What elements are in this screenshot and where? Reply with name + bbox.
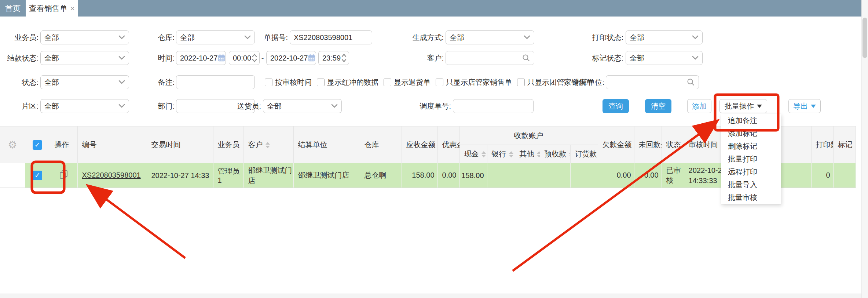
print-status-select[interactable]: 全部: [626, 30, 703, 44]
scrollbar-thumb[interactable]: [862, 18, 867, 58]
start-time-value: 00:00: [233, 54, 251, 62]
chevron-down-icon: [524, 35, 530, 40]
sort-icon[interactable]: [569, 151, 571, 157]
checkbox-audit-time[interactable]: 按审核时间: [265, 77, 312, 87]
doc-no-input[interactable]: XS220803598001: [290, 30, 372, 44]
customer-input[interactable]: [446, 51, 534, 65]
checkbox-label: 显示退货单: [394, 77, 431, 87]
checkbox-checked-icon[interactable]: ✓: [33, 171, 42, 180]
column-settings-header[interactable]: ⚙: [0, 127, 25, 163]
search-icon[interactable]: [522, 54, 530, 62]
menu-item-append-remark[interactable]: 追加备注: [721, 114, 781, 127]
doc-no-link[interactable]: XS220803598001: [82, 171, 141, 179]
gear-icon[interactable]: ⚙: [8, 139, 17, 150]
header-customer[interactable]: 客户: [243, 127, 293, 163]
settle-unit-input[interactable]: [606, 75, 699, 89]
clear-button[interactable]: 清空: [645, 99, 671, 113]
annotation-arrow-to-checkbox: [91, 188, 185, 258]
row-doc-no[interactable]: XS220803598001: [77, 163, 147, 188]
horizontal-scrollbar[interactable]: [0, 294, 862, 298]
header-bank[interactable]: 银行: [487, 145, 515, 163]
end-date-input[interactable]: 2022-10-27: [266, 51, 316, 65]
menu-item-batch-print[interactable]: 批量打印: [721, 153, 781, 166]
checkbox-icon[interactable]: [517, 79, 525, 86]
sort-icon[interactable]: [537, 151, 540, 157]
checkbox-store-manager-only[interactable]: 只显示店管家销售单: [436, 77, 512, 87]
settle-unit-label: 结算单位:: [546, 75, 604, 89]
select-all-header[interactable]: ✓: [25, 127, 50, 163]
end-time-spinner[interactable]: 23:59: [318, 51, 349, 65]
dispatch-no-input[interactable]: [453, 99, 534, 113]
export-button[interactable]: 导出: [788, 99, 821, 113]
row-copy-action[interactable]: [50, 163, 77, 188]
checkbox-show-reversed[interactable]: 显示红冲的数据: [317, 77, 378, 87]
query-button[interactable]: 查询: [603, 99, 629, 113]
close-icon[interactable]: ×: [70, 5, 75, 12]
start-time-spinner[interactable]: 00:00: [229, 51, 260, 65]
settle-status-label: 结款状态:: [0, 51, 39, 65]
tab-home[interactable]: 首页: [0, 0, 26, 17]
row-warehouse: 总仓啊: [360, 163, 402, 188]
checkbox-icon[interactable]: [384, 79, 391, 86]
menu-item-batch-audit[interactable]: 批量审核: [721, 191, 781, 204]
end-date-value: 2022-10-27: [270, 54, 308, 62]
header-doc-no: 编号: [77, 127, 147, 163]
spinner-up-down-icon[interactable]: [252, 53, 257, 63]
gen-mode-value: 全部: [450, 33, 464, 43]
calendar-icon[interactable]: [217, 54, 226, 62]
doc-no-value: XS220803598001: [294, 33, 352, 42]
checkbox-icon[interactable]: [317, 79, 325, 86]
delivery-value: 全部: [267, 101, 282, 111]
checkbox-label: 按审核时间: [275, 77, 312, 87]
header-trade-time: 交易时间: [147, 127, 213, 163]
menu-item-remote-print[interactable]: 远程打印: [721, 166, 781, 178]
chevron-down-icon: [692, 56, 699, 60]
delivery-select[interactable]: 全部: [263, 99, 342, 113]
checkbox-icon[interactable]: [436, 79, 443, 86]
salesman-value: 全部: [44, 33, 59, 43]
sort-icon[interactable]: [265, 142, 270, 148]
area-value: 全部: [44, 101, 59, 111]
row-checkbox-cell[interactable]: ✓: [25, 163, 50, 188]
chevron-down-icon: [692, 35, 699, 40]
header-print-count: 打印数: [811, 127, 833, 163]
spinner-up-down-icon[interactable]: [341, 53, 347, 63]
sort-icon[interactable]: [509, 151, 513, 157]
export-label: 导出: [793, 101, 808, 111]
header-settle-unit: 结算单位: [293, 127, 360, 163]
header-customer-label: 客户: [248, 141, 263, 149]
checkbox-checked-icon[interactable]: ✓: [33, 140, 42, 150]
mark-status-select[interactable]: 全部: [626, 51, 703, 65]
gen-mode-select[interactable]: 全部: [446, 30, 534, 44]
tab-view-sales-orders[interactable]: 查看销售单 ×: [26, 0, 78, 17]
start-date-value: 2022-10-27: [180, 54, 217, 62]
delivery-label: 送货员:: [202, 99, 261, 113]
time-label: 时间:: [116, 51, 175, 65]
header-order-fund[interactable]: 订货款: [570, 145, 598, 163]
remark-input[interactable]: [176, 75, 255, 89]
menu-item-delete-mark[interactable]: 删除标记: [721, 140, 781, 153]
checkbox-label: 显示红冲的数据: [327, 77, 378, 87]
vertical-scrollbar[interactable]: [861, 0, 868, 298]
start-date-input[interactable]: 2022-10-27: [176, 51, 226, 65]
header-cash[interactable]: 现金: [459, 145, 487, 163]
print-status-value: 全部: [630, 33, 644, 43]
chevron-down-icon: [331, 104, 338, 108]
doc-no-label: 单据号:: [229, 30, 288, 44]
header-advance[interactable]: 预收款: [540, 145, 570, 163]
row-gear-cell: [0, 163, 25, 188]
menu-item-add-mark[interactable]: 添加标记: [721, 127, 781, 140]
row-status: 已审核: [662, 163, 684, 188]
checkbox-show-returns[interactable]: 显示退货单: [384, 77, 431, 87]
batch-operations-button[interactable]: 批量操作: [719, 99, 767, 113]
header-warehouse: 仓库: [360, 127, 402, 163]
menu-item-batch-import[interactable]: 批量导入: [721, 178, 781, 191]
print-status-label: 打印状态:: [565, 30, 623, 44]
header-other[interactable]: 其他: [515, 145, 540, 163]
sort-icon[interactable]: [481, 151, 486, 157]
add-button[interactable]: 添加: [687, 99, 711, 113]
search-icon[interactable]: [687, 78, 695, 86]
calendar-icon[interactable]: [308, 54, 316, 62]
header-order-fund-label: 订货款: [575, 150, 597, 158]
checkbox-icon[interactable]: [265, 79, 272, 86]
